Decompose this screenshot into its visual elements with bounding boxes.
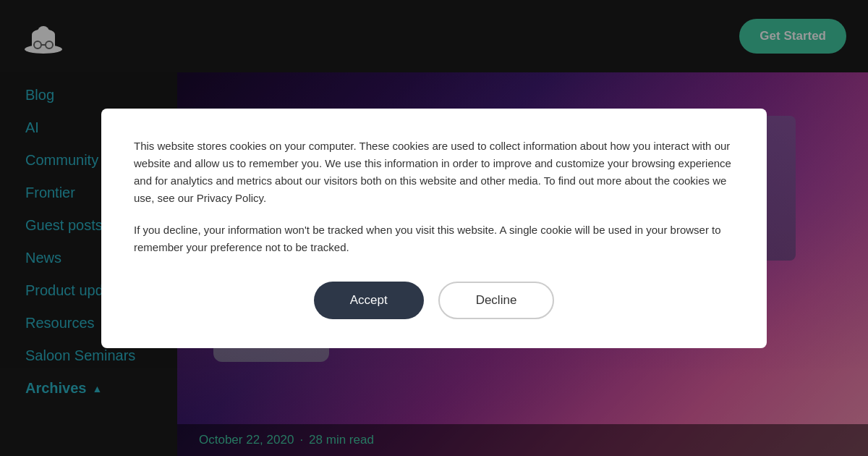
cookie-text-primary: This website stores cookies on your comp… [134, 138, 734, 207]
accept-button[interactable]: Accept [314, 282, 424, 319]
modal-overlay: This website stores cookies on your comp… [0, 0, 868, 456]
cookie-text-secondary: If you decline, your information won't b… [134, 221, 734, 256]
cookie-buttons: Accept Decline [134, 282, 734, 319]
cookie-modal: This website stores cookies on your comp… [101, 109, 767, 348]
decline-button[interactable]: Decline [438, 282, 555, 319]
